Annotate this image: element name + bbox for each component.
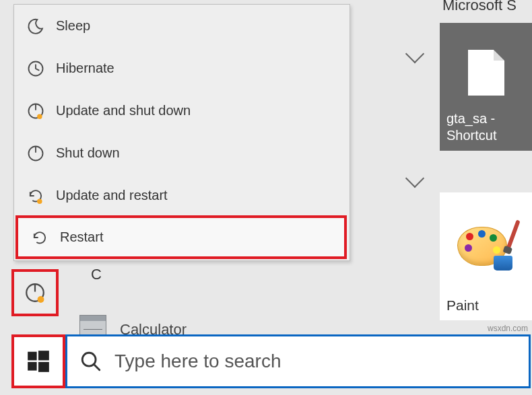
svg-rect-10 (28, 352, 36, 361)
menu-item-update-restart[interactable]: Update and restart (14, 174, 350, 217)
menu-item-sleep[interactable]: Sleep (14, 5, 350, 47)
svg-rect-12 (28, 362, 36, 371)
menu-item-label: Update and shut down (56, 103, 191, 118)
svg-point-3 (37, 114, 42, 118)
menu-item-label: Restart (60, 229, 103, 245)
menu-item-restart[interactable]: Restart (15, 215, 347, 259)
menu-item-shutdown[interactable]: Shut down (14, 132, 350, 174)
search-placeholder: Type here to search (114, 351, 281, 372)
svg-rect-13 (38, 362, 49, 372)
moon-icon (26, 17, 56, 36)
restart-update-icon (26, 186, 56, 205)
svg-point-6 (37, 199, 42, 203)
menu-item-update-shutdown[interactable]: Update and shut down (14, 89, 350, 132)
power-icon (26, 144, 56, 163)
clock-icon (26, 59, 56, 78)
power-button[interactable] (11, 269, 59, 316)
svg-line-15 (94, 364, 100, 370)
menu-item-label: Shut down (56, 145, 120, 161)
tile-label: gta_sa - Shortcut (446, 110, 525, 144)
svg-point-9 (38, 296, 44, 303)
tile-gta-sa[interactable]: gta_sa - Shortcut (440, 23, 532, 151)
watermark-text: wsxdn.com (488, 324, 528, 333)
power-update-icon (26, 102, 56, 120)
paint-icon (457, 223, 515, 271)
search-icon (79, 350, 102, 373)
app-list-section-letter[interactable]: C (91, 266, 102, 283)
menu-item-label: Update and restart (56, 188, 168, 203)
svg-rect-11 (38, 351, 49, 360)
restart-icon (30, 228, 60, 247)
taskbar-search[interactable]: Type here to search (65, 334, 531, 388)
windows-logo-icon (26, 349, 51, 374)
menu-item-label: Hibernate (56, 61, 114, 76)
start-button[interactable] (11, 334, 65, 388)
power-options-menu: Sleep Hibernate Update and shut down Shu… (13, 4, 350, 261)
power-update-icon (24, 281, 46, 304)
document-icon (468, 50, 504, 96)
menu-item-hibernate[interactable]: Hibernate (14, 47, 350, 89)
tile-paint[interactable]: Paint (440, 192, 532, 320)
tile-label: Paint (446, 297, 525, 314)
tile-group-label: Microsoft S (442, 0, 517, 14)
start-tiles: Microsoft S gta_sa - Shortcut Paint (434, 0, 532, 336)
menu-item-label: Sleep (56, 18, 90, 34)
